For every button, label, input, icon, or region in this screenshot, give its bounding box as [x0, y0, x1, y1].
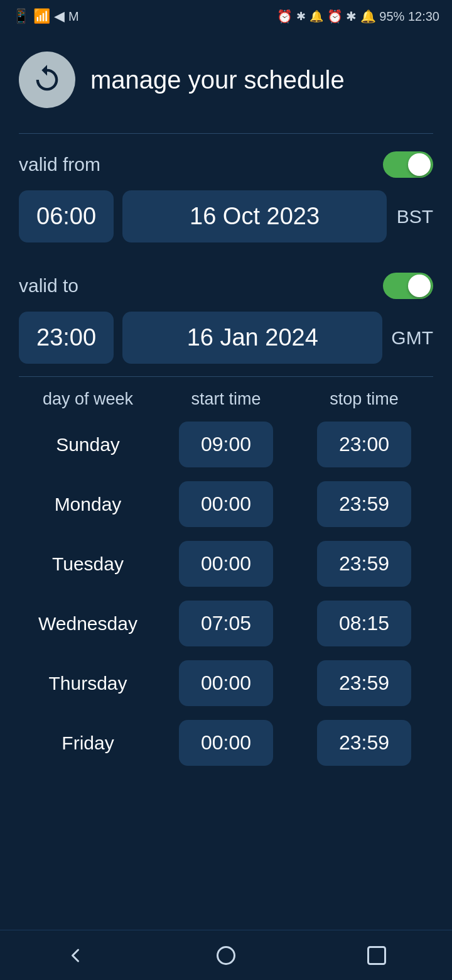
- start-time-cell: 00:00: [157, 660, 295, 706]
- sim-icon: 📱: [13, 8, 30, 24]
- start-time-cell: 00:00: [157, 481, 295, 527]
- valid-from-time[interactable]: 06:00: [19, 190, 114, 242]
- start-time-box[interactable]: 00:00: [179, 541, 273, 587]
- stop-time-cell: 23:59: [295, 481, 433, 527]
- valid-to-label: valid to: [19, 275, 78, 297]
- day-label: Thursday: [19, 673, 157, 694]
- stop-time-box[interactable]: 23:59: [317, 541, 411, 587]
- recent-icon: [365, 944, 388, 967]
- valid-from-datetime-row: 06:00 16 Oct 2023 BST: [19, 190, 433, 242]
- start-time-cell: 07:05: [157, 601, 295, 646]
- back-icon: [64, 944, 87, 967]
- stop-time-cell: 23:59: [295, 541, 433, 587]
- col-header-stop: stop time: [295, 389, 433, 409]
- valid-to-section: valid to 23:00 16 Jan 2024 GMT: [0, 255, 452, 376]
- start-time-cell: 09:00: [157, 422, 295, 467]
- valid-to-time[interactable]: 23:00: [19, 312, 114, 364]
- mail-icon: M: [68, 9, 79, 24]
- start-time-box[interactable]: 09:00: [179, 422, 273, 467]
- valid-from-timezone: BST: [396, 206, 433, 227]
- battery-text: ⏰ ✱ 🔔 95% 12:30: [327, 9, 439, 24]
- day-label: Sunday: [19, 434, 157, 455]
- bluetooth-icon: ✱: [296, 9, 306, 23]
- col-header-day: day of week: [19, 389, 157, 409]
- valid-from-toggle[interactable]: [383, 151, 433, 178]
- start-time-cell: 00:00: [157, 720, 295, 766]
- day-label: Monday: [19, 494, 157, 515]
- day-label: Tuesday: [19, 553, 157, 575]
- schedule-rows-container: Sunday 09:00 23:00 Monday 00:00 23:59 Tu…: [19, 422, 433, 766]
- back-button[interactable]: [50, 937, 100, 974]
- table-row: Thursday 00:00 23:59: [19, 660, 433, 706]
- home-button[interactable]: [201, 937, 251, 974]
- day-label: Friday: [19, 732, 157, 754]
- stop-time-box[interactable]: 23:59: [317, 720, 411, 766]
- start-time-box[interactable]: 07:05: [179, 601, 273, 646]
- stop-time-box[interactable]: 23:00: [317, 422, 411, 467]
- valid-from-section: valid from 06:00 16 Oct 2023 BST: [0, 134, 452, 255]
- stop-time-box[interactable]: 23:59: [317, 660, 411, 706]
- table-row: Monday 00:00 23:59: [19, 481, 433, 527]
- page-header: manage your schedule: [0, 33, 452, 133]
- reset-button[interactable]: [19, 52, 75, 108]
- toggle-knob: [408, 153, 431, 176]
- start-time-cell: 00:00: [157, 541, 295, 587]
- table-row: Sunday 09:00 23:00: [19, 422, 433, 467]
- stop-time-box[interactable]: 08:15: [317, 601, 411, 646]
- stop-time-cell: 08:15: [295, 601, 433, 646]
- notification-icon: 🔔: [309, 9, 323, 23]
- table-row: Wednesday 07:05 08:15: [19, 601, 433, 646]
- svg-point-0: [218, 947, 235, 964]
- signal-icon: ◀: [54, 8, 65, 24]
- wifi-icon: 📶: [33, 8, 50, 24]
- home-icon: [215, 944, 237, 967]
- page-title: manage your schedule: [90, 65, 345, 95]
- valid-from-header: valid from: [19, 151, 433, 178]
- stop-time-cell: 23:00: [295, 422, 433, 467]
- alarm-icon: ⏰: [277, 9, 293, 24]
- valid-to-datetime-row: 23:00 16 Jan 2024 GMT: [19, 312, 433, 364]
- start-time-box[interactable]: 00:00: [179, 720, 273, 766]
- recent-button[interactable]: [352, 937, 402, 974]
- valid-to-header: valid to: [19, 273, 433, 299]
- schedule-header-row: day of week start time stop time: [19, 383, 433, 422]
- valid-from-label: valid from: [19, 154, 100, 175]
- status-left-icons: 📱 📶 ◀ M: [13, 8, 79, 24]
- status-right-icons: ⏰ ✱ 🔔 ⏰ ✱ 🔔 95% 12:30: [277, 9, 439, 24]
- valid-from-date[interactable]: 16 Oct 2023: [122, 190, 387, 242]
- reset-icon: [31, 63, 63, 96]
- nav-bar: [0, 930, 452, 980]
- day-label: Wednesday: [19, 613, 157, 634]
- svg-rect-1: [369, 947, 385, 964]
- valid-to-date[interactable]: 16 Jan 2024: [122, 312, 382, 364]
- stop-time-cell: 23:59: [295, 720, 433, 766]
- valid-to-toggle[interactable]: [383, 273, 433, 299]
- start-time-box[interactable]: 00:00: [179, 481, 273, 527]
- table-row: Friday 00:00 23:59: [19, 720, 433, 766]
- stop-time-cell: 23:59: [295, 660, 433, 706]
- status-bar: 📱 📶 ◀ M ⏰ ✱ 🔔 ⏰ ✱ 🔔 95% 12:30: [0, 0, 452, 33]
- schedule-section: day of week start time stop time Sunday …: [0, 377, 452, 792]
- col-header-start: start time: [157, 389, 295, 409]
- start-time-box[interactable]: 00:00: [179, 660, 273, 706]
- valid-to-timezone: GMT: [391, 327, 433, 349]
- toggle-knob-2: [408, 275, 431, 297]
- stop-time-box[interactable]: 23:59: [317, 481, 411, 527]
- table-row: Tuesday 00:00 23:59: [19, 541, 433, 587]
